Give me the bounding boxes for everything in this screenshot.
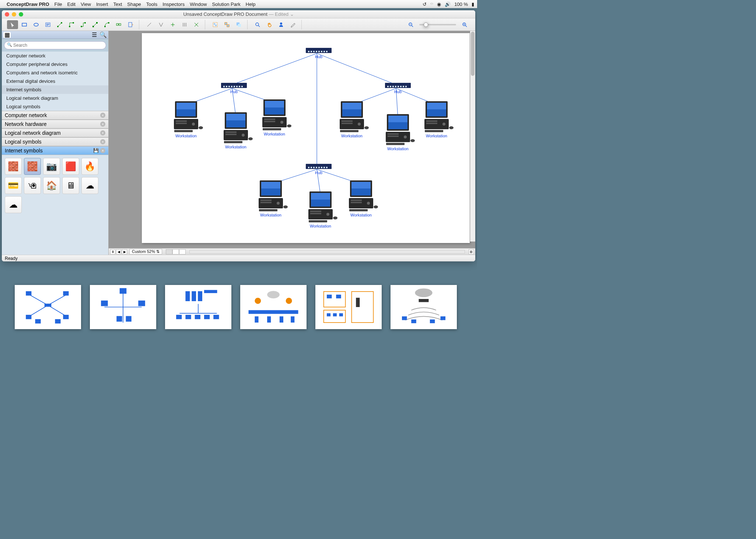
open-library-active[interactable]: Internet symbols💾×: [2, 146, 108, 155]
canvas[interactable]: HubHubHubHubWorkstationWorkstationWorkst…: [109, 31, 475, 248]
zoom-tool[interactable]: [252, 20, 263, 29]
chevron-down-icon[interactable]: ⌄: [290, 11, 294, 17]
zoom-dropdown[interactable]: Custom 52% ⇅: [129, 249, 162, 254]
next-page-button[interactable]: ▶: [122, 249, 127, 254]
open-library[interactable]: Computer network×: [2, 111, 108, 120]
menu-text[interactable]: Text: [113, 1, 122, 7]
thumbnail[interactable]: [315, 285, 382, 329]
menu-help[interactable]: Help: [246, 1, 256, 7]
zoom-in-button[interactable]: [459, 20, 470, 29]
group-tool[interactable]: [210, 20, 221, 29]
pan-tool[interactable]: [264, 20, 275, 29]
shape-camera[interactable]: 📷: [43, 158, 60, 175]
shape-cloud[interactable]: ☁: [81, 177, 98, 194]
close-icon[interactable]: ×: [100, 121, 105, 127]
connector-tool-2[interactable]: [66, 20, 77, 29]
open-library[interactable]: Network hardware×: [2, 120, 108, 128]
library-item[interactable]: Logical symbols: [2, 102, 108, 111]
shape-cloud2[interactable]: ☁: [5, 196, 22, 213]
smart-connector-1[interactable]: [144, 20, 155, 29]
hub-node[interactable]: Hub: [306, 48, 332, 59]
rectangle-tool[interactable]: [19, 20, 30, 29]
library-item[interactable]: Computers and network isometric: [2, 68, 108, 77]
connector-tool-3[interactable]: [78, 20, 89, 29]
connector-tool-6[interactable]: [113, 20, 124, 29]
connector-tool-5[interactable]: [101, 20, 112, 29]
thumbnail[interactable]: [15, 285, 81, 329]
page-tab[interactable]: [166, 249, 172, 254]
vertical-scrollbar[interactable]: [470, 31, 475, 242]
menu-shape[interactable]: Shape: [127, 1, 141, 7]
search-input[interactable]: [4, 41, 106, 49]
menu-inspectors[interactable]: Inspectors: [162, 1, 185, 7]
distribute-tool[interactable]: [191, 20, 202, 29]
workstation-node[interactable]: Workstation: [224, 112, 253, 149]
wifi-icon[interactable]: ◉: [437, 1, 441, 7]
shape-flame[interactable]: 🔥: [81, 158, 98, 175]
horizontal-scrollbar[interactable]: [189, 250, 465, 254]
ungroup-tool[interactable]: [221, 20, 232, 29]
titlebar[interactable]: Unsaved ConceptDraw PRO Document — Edite…: [2, 10, 475, 18]
sidebar-tab-list-icon[interactable]: ☰: [91, 32, 98, 38]
library-item[interactable]: Computer network: [2, 52, 108, 60]
workstation-node[interactable]: Workstation: [262, 99, 291, 136]
fullscreen-button[interactable]: [19, 12, 23, 17]
thumbnail[interactable]: [165, 285, 231, 329]
workstation-node[interactable]: Workstation: [308, 191, 337, 228]
sidebar-tab-search-icon[interactable]: 🔍: [99, 32, 107, 38]
workstation-node[interactable]: Workstation: [259, 180, 288, 217]
prev-page-button[interactable]: ◀: [116, 249, 121, 254]
library-item[interactable]: External digital devices: [2, 77, 108, 85]
connector-tool-4[interactable]: [90, 20, 101, 29]
menu-view[interactable]: View: [81, 1, 91, 7]
shape-firewall[interactable]: 🧱: [5, 158, 22, 175]
shape-server[interactable]: 🖥: [62, 177, 79, 194]
ellipse-tool[interactable]: [31, 20, 42, 29]
page[interactable]: HubHubHubHubWorkstationWorkstationWorkst…: [142, 33, 470, 243]
minimize-button[interactable]: [12, 12, 16, 17]
workstation-node[interactable]: Workstation: [386, 114, 415, 151]
connector-tool-1[interactable]: [54, 20, 65, 29]
menu-edit[interactable]: Edit: [67, 1, 76, 7]
thumbnail[interactable]: [90, 285, 156, 329]
new-page-tool[interactable]: [125, 20, 136, 29]
shape-home[interactable]: 🏠: [43, 177, 60, 194]
workstation-node[interactable]: Workstation: [349, 180, 378, 217]
eyedropper-tool[interactable]: [287, 20, 298, 29]
volume-icon[interactable]: 🔊: [445, 1, 451, 7]
combine-tool[interactable]: [233, 20, 244, 29]
shape-card[interactable]: 💳: [5, 177, 22, 194]
library-item[interactable]: Internet symbols: [2, 85, 108, 94]
menu-window[interactable]: Window: [190, 1, 207, 7]
smart-connector-2[interactable]: [155, 20, 167, 29]
menu-solutionpark[interactable]: Solution Park: [212, 1, 240, 7]
close-button[interactable]: [5, 12, 9, 17]
menu-insert[interactable]: Insert: [96, 1, 108, 7]
open-library[interactable]: Logical symbols×: [2, 137, 108, 146]
person-tool[interactable]: [276, 20, 287, 29]
thumbnail[interactable]: [391, 285, 457, 329]
thumbnail[interactable]: [240, 285, 307, 329]
close-icon[interactable]: ×: [100, 148, 105, 153]
zoom-slider[interactable]: [419, 24, 456, 25]
shape-webcam[interactable]: 🖲: [24, 177, 41, 194]
library-item[interactable]: Computer peripheral devices: [2, 60, 108, 68]
library-item[interactable]: Logical network diagram: [2, 94, 108, 102]
battery-icon[interactable]: ▮: [472, 1, 474, 7]
hub-node[interactable]: Hub: [306, 164, 332, 175]
page-tab[interactable]: [179, 249, 186, 254]
pointer-tool[interactable]: [7, 20, 18, 29]
text-tool[interactable]: [42, 20, 53, 29]
shape-firewall-flat[interactable]: 🟥: [62, 158, 79, 175]
open-library[interactable]: Logical network diagram×: [2, 128, 108, 137]
menu-tools[interactable]: Tools: [146, 1, 157, 7]
page-tab[interactable]: [172, 249, 179, 254]
close-icon[interactable]: ×: [100, 139, 105, 144]
close-icon[interactable]: ×: [100, 113, 105, 118]
app-name[interactable]: ConceptDraw PRO: [7, 1, 49, 7]
smart-connector-3[interactable]: [167, 20, 178, 29]
menu-file[interactable]: File: [55, 1, 62, 7]
workstation-node[interactable]: Workstation: [174, 101, 203, 138]
save-icon[interactable]: 💾: [93, 148, 99, 153]
workstation-node[interactable]: Workstation: [424, 101, 454, 138]
